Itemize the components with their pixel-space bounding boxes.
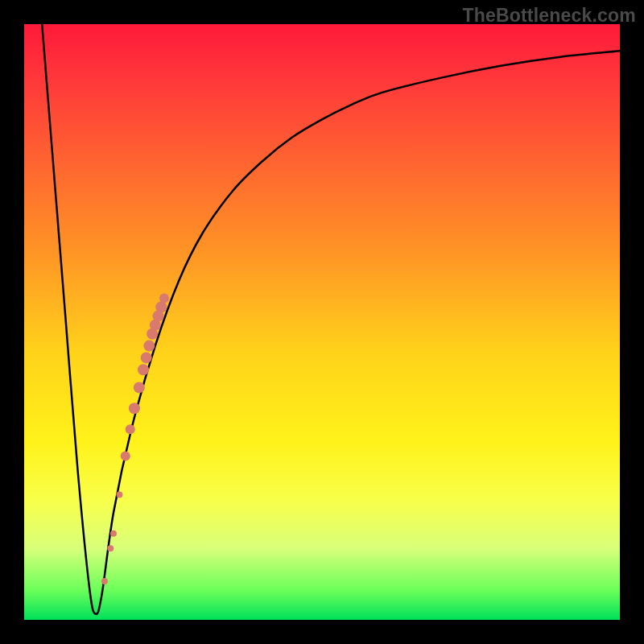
marker-dot xyxy=(159,293,169,303)
plot-area xyxy=(24,24,620,620)
watermark-text: TheBottleneck.com xyxy=(462,5,636,27)
marker-dot xyxy=(101,578,108,584)
marker-dots xyxy=(101,293,169,584)
chart-svg xyxy=(24,24,620,620)
marker-dot xyxy=(150,320,161,331)
marker-dot xyxy=(126,424,135,434)
marker-dot xyxy=(138,364,149,375)
marker-dot xyxy=(155,302,167,313)
marker-dot xyxy=(110,530,117,537)
marker-dot xyxy=(134,382,145,393)
chart-frame: TheBottleneck.com xyxy=(0,0,644,644)
marker-dot xyxy=(107,545,114,551)
marker-dot xyxy=(153,311,164,322)
marker-dot xyxy=(147,328,158,340)
marker-dot xyxy=(141,352,152,363)
marker-dot xyxy=(129,402,140,414)
marker-dot xyxy=(121,452,130,461)
marker-dot xyxy=(116,492,122,498)
curve-layer xyxy=(42,24,620,614)
marker-dot xyxy=(143,341,155,352)
bottleneck-curve xyxy=(42,24,620,614)
